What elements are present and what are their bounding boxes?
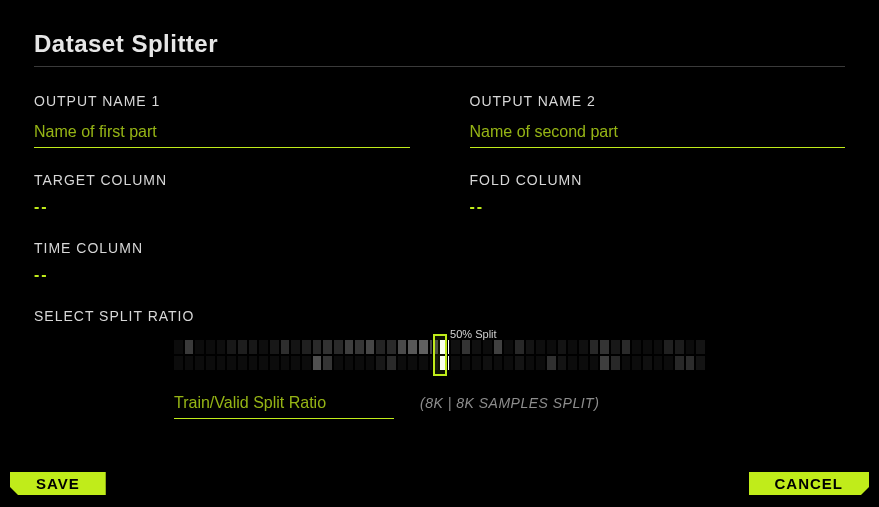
slider-cell [686,340,695,354]
split-handle-label: 50% Split [450,328,496,340]
slider-cell [686,356,695,370]
slider-cell [185,356,194,370]
slider-cell [675,356,684,370]
slider-cell [355,340,364,354]
slider-cell [291,356,300,370]
slider-cell [504,340,513,354]
fold-column-select[interactable]: -- [470,198,846,216]
slider-cell [462,340,471,354]
output2-input[interactable] [470,119,846,148]
slider-cell [451,340,460,354]
slider-cell [227,356,236,370]
slider-cell [259,356,268,370]
target-column-label: TARGET COLUMN [34,172,410,188]
slider-cell [590,340,599,354]
slider-cell [515,356,524,370]
slider-cell [568,340,577,354]
slider-cell [249,356,258,370]
slider-cell [547,340,556,354]
slider-cell [419,356,428,370]
slider-cell [472,356,481,370]
slider-cell [195,340,204,354]
slider-cell [451,356,460,370]
slider-cell [579,340,588,354]
slider-cell [632,340,641,354]
slider-cell [323,340,332,354]
slider-cell [611,340,620,354]
slider-cell [536,356,545,370]
split-section-label: SELECT SPLIT RATIO [34,308,845,324]
save-button[interactable]: SAVE [10,472,106,495]
slider-cell [217,340,226,354]
slider-cell [675,340,684,354]
samples-hint: (8K | 8K SAMPLES SPLIT) [420,395,599,411]
slider-cell [398,356,407,370]
slider-cell [185,340,194,354]
slider-cell [270,356,279,370]
slider-cell [270,340,279,354]
slider-cell [345,340,354,354]
output2-label: OUTPUT NAME 2 [470,93,846,109]
slider-cell [643,356,652,370]
slider-cell [515,340,524,354]
slider-cell [462,356,471,370]
time-column-select[interactable]: -- [34,266,410,284]
output1-label: OUTPUT NAME 1 [34,93,410,109]
slider-cell [227,340,236,354]
slider-cell [376,340,385,354]
page-title: Dataset Splitter [34,30,845,67]
cancel-button[interactable]: CANCEL [749,472,870,495]
slider-cell [206,340,215,354]
slider-cell [696,340,705,354]
slider-cell [334,356,343,370]
slider-cell [526,356,535,370]
split-slider-handle[interactable] [433,334,447,376]
target-column-select[interactable]: -- [34,198,410,216]
slider-cell [387,356,396,370]
slider-cell [334,340,343,354]
slider-cell [622,340,631,354]
slider-cell [696,356,705,370]
slider-cell [654,356,663,370]
slider-cell [313,356,322,370]
slider-cell [366,340,375,354]
slider-cell [281,356,290,370]
slider-cell [558,356,567,370]
slider-cell [579,356,588,370]
slider-cell [259,340,268,354]
slider-cell [249,340,258,354]
slider-cell [408,356,417,370]
slider-cell [472,340,481,354]
split-ratio-input[interactable] [174,392,394,419]
slider-cell [483,356,492,370]
slider-cell [622,356,631,370]
slider-cell [408,340,417,354]
slider-cell [632,356,641,370]
slider-cell [387,340,396,354]
slider-cell [174,340,183,354]
slider-cell [313,340,322,354]
slider-cell [291,340,300,354]
slider-cell [355,356,364,370]
slider-cell [654,340,663,354]
slider-cell [558,340,567,354]
slider-cell [323,356,332,370]
slider-cell [302,356,311,370]
slider-cell [600,340,609,354]
slider-cell [398,340,407,354]
slider-cell [302,340,311,354]
slider-cell [504,356,513,370]
slider-cell [366,356,375,370]
slider-cell [590,356,599,370]
slider-cell [494,356,503,370]
fold-column-label: FOLD COLUMN [470,172,846,188]
slider-cell [206,356,215,370]
slider-cell [664,356,673,370]
slider-cell [526,340,535,354]
slider-cell [281,340,290,354]
slider-cell [174,356,183,370]
output1-input[interactable] [34,119,410,148]
split-slider[interactable]: 50% Split [174,340,705,370]
slider-cell [600,356,609,370]
slider-cell [643,340,652,354]
